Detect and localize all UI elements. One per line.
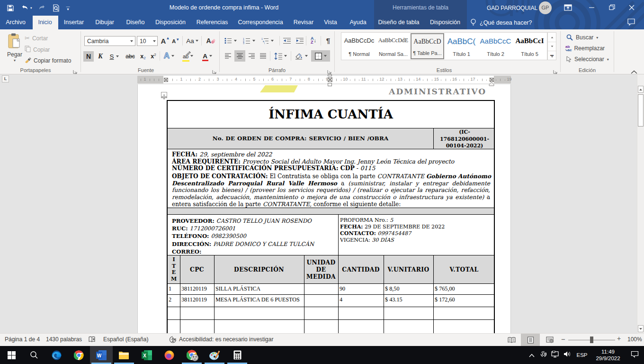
taskbar-word-button[interactable]: W (90, 346, 113, 364)
avatar[interactable]: GP (539, 1, 552, 14)
tray-chevron-icon[interactable] (526, 351, 537, 359)
taskbar-firefox-button[interactable] (158, 346, 180, 364)
tab-disposición[interactable]: Disposición (155, 16, 186, 29)
tray-network-icon[interactable] (549, 351, 561, 360)
tab-dibujar[interactable]: Dibujar (95, 16, 114, 29)
tell-me-box[interactable]: ¿Qué desea hacer? (470, 16, 532, 29)
action-center-icon[interactable] (625, 351, 644, 360)
tray-volume-icon[interactable] (561, 351, 573, 359)
clipboard-dialog-launcher[interactable] (73, 68, 78, 73)
align-right-button[interactable] (247, 51, 257, 61)
paste-button[interactable]: Pegar ▾ (3, 33, 27, 64)
taskbar-search-button[interactable] (23, 346, 45, 364)
cut-button[interactable]: ✂ Cortar (25, 35, 48, 42)
justify-button[interactable] (258, 51, 268, 61)
scrollbar-thumb[interactable] (638, 94, 644, 127)
tab-inicio[interactable]: Inicio (38, 16, 52, 29)
increase-indent-button[interactable] (294, 35, 305, 46)
zoom-out-button[interactable]: − (561, 335, 565, 343)
restore-button[interactable] (601, 0, 622, 15)
contextual-tab-1[interactable]: Diseño de tabla (378, 16, 420, 29)
save-icon[interactable] (7, 4, 14, 12)
document-area[interactable]: ADMINISTRATIVO ÍNFIMA CUANTÍA No. DE ORD… (0, 74, 637, 333)
align-left-button[interactable] (223, 51, 233, 61)
tray-clock[interactable]: 11:49 29/9/2022 (591, 348, 625, 362)
page-indicator[interactable]: Página 1 de 4 (5, 336, 40, 343)
scroll-down-button[interactable] (638, 325, 644, 332)
zoom-slider-thumb[interactable] (590, 337, 593, 343)
web-layout-button[interactable] (542, 334, 558, 346)
item-row[interactable]: 2381120119MESA PLÁSTICA DE 6 PUESTOS4$ 4… (168, 295, 494, 307)
document-page[interactable]: ADMINISTRATIVO ÍNFIMA CUANTÍA No. DE ORD… (137, 84, 511, 333)
underline-button[interactable]: S (107, 51, 121, 62)
style-item-2[interactable]: AaBbCcDdENormal Sa... (376, 33, 410, 59)
font-name-combo[interactable]: Cambria (84, 36, 135, 46)
show-marks-button[interactable]: ¶ (322, 34, 334, 46)
sort-button[interactable]: AZ↓ (307, 34, 320, 46)
taskbar-calculator-button[interactable] (226, 346, 249, 364)
change-case-button[interactable]: Aa (184, 35, 200, 46)
grow-font-button[interactable]: A▲ (160, 35, 170, 46)
select-button[interactable]: Seleccionar ▾ (566, 56, 609, 63)
zoom-in-button[interactable]: + (617, 335, 621, 342)
italic-button[interactable]: K (96, 51, 105, 62)
proofing-icon[interactable] (89, 336, 96, 345)
borders-button[interactable] (311, 50, 330, 62)
tab-referencias[interactable]: Referencias (197, 16, 228, 29)
start-button[interactable] (0, 346, 23, 364)
clear-formatting-button[interactable]: A (205, 35, 217, 46)
accessibility-icon[interactable] (169, 336, 177, 345)
item-row[interactable] (168, 307, 494, 320)
table-move-handle[interactable] (161, 92, 167, 98)
feedback-icon[interactable] (627, 18, 636, 28)
subscript-button[interactable]: x2 (138, 51, 148, 62)
format-painter-button[interactable]: Copiar formato (25, 56, 71, 65)
tab-insertar[interactable]: Insertar (64, 16, 84, 29)
replace-button[interactable]: ab⤷ac Reemplazar (565, 45, 605, 52)
item-row[interactable]: 1381120119SILLA PLÁSTICA90$ 8,50$ 765,00 (168, 284, 494, 295)
print-preview-icon[interactable] (53, 4, 60, 12)
contextual-tab-2[interactable]: Disposición (430, 16, 460, 29)
paragraph-dialog-launcher[interactable] (327, 68, 332, 73)
bullets-button[interactable] (223, 35, 238, 46)
tab-correspondencia[interactable]: Correspondencia (238, 16, 283, 29)
scroll-up-button[interactable] (638, 86, 644, 93)
tab-stop-selector[interactable]: L (2, 75, 9, 82)
styles-scroll-up[interactable] (548, 33, 556, 42)
tab-diseño[interactable]: Diseño (126, 16, 145, 29)
shrink-font-button[interactable]: A▼ (171, 36, 180, 46)
line-spacing-button[interactable] (273, 50, 288, 62)
table-right-column-marker[interactable] (490, 78, 494, 82)
tab-ayuda[interactable]: Ayuda (349, 16, 366, 29)
shading-button[interactable] (293, 50, 309, 62)
superscript-button[interactable]: x2 (148, 51, 159, 62)
tab-vista[interactable]: Vista (324, 16, 337, 29)
ribbon-display-options-button[interactable] (557, 0, 578, 15)
strikethrough-button[interactable]: abc (124, 51, 137, 62)
style-item-6[interactable]: AaBbCcITítulo 5 (513, 33, 546, 59)
table-left-column-marker[interactable] (164, 78, 168, 82)
style-item-4[interactable]: AaBbC(Título 1 (445, 33, 478, 59)
word-count[interactable]: 1430 palabras (46, 336, 82, 343)
decrease-indent-button[interactable] (281, 35, 293, 46)
minimize-button[interactable] (581, 0, 602, 15)
multilevel-list-button[interactable]: 1ai (259, 35, 276, 46)
font-size-combo[interactable]: 10 (137, 36, 158, 46)
table-column-marker[interactable] (328, 77, 332, 82)
tray-sync-icon[interactable] (537, 350, 549, 360)
numbering-button[interactable]: 123 (241, 35, 257, 46)
accessibility-status[interactable]: Accesibilidad: es necesario investigar (179, 336, 273, 343)
align-center-button[interactable] (234, 50, 245, 62)
taskbar-edge-button[interactable] (45, 346, 68, 364)
vertical-scrollbar[interactable] (637, 74, 644, 333)
copy-button[interactable]: Copiar (25, 46, 50, 54)
text-effects-button[interactable]: A (162, 50, 176, 62)
bold-button[interactable]: N (83, 51, 94, 62)
styles-more-button[interactable]: ▬ (548, 51, 556, 60)
tray-language[interactable]: ESP (573, 352, 591, 358)
font-color-button[interactable]: A (199, 50, 215, 62)
tab-revisar[interactable]: Revisar (294, 16, 313, 29)
account-name[interactable]: GAD PARROQUIAL (487, 5, 537, 11)
taskbar-chrome-profile-button[interactable] (180, 346, 203, 364)
qat-customize-icon[interactable]: —▾ (66, 5, 70, 11)
